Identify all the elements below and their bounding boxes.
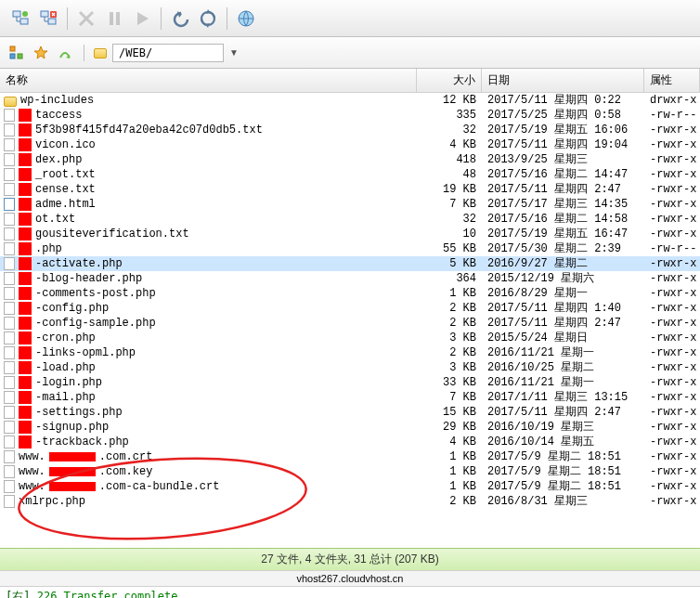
redaction-block [19,332,32,344]
history-icon[interactable] [56,44,74,62]
table-row[interactable]: xmlrpc.php2 KB2016/8/31 星期三-rwxr-x [0,494,700,509]
file-icon [4,228,15,240]
table-row[interactable]: -mail.php7 KB2017/1/11 星期三 13:15-rwxr-x [0,390,700,405]
globe-icon[interactable] [233,6,259,32]
cell-date: 2017/5/9 星期二 18:51 [482,449,644,464]
table-row[interactable]: www..com.key1 KB2017/5/9 星期二 18:51-rwxr-… [0,464,700,479]
table-row[interactable]: -signup.php29 KB2016/10/19 星期三-rwxr-x [0,420,700,435]
redaction-block [19,124,32,136]
col-name[interactable]: 名称 [0,69,417,92]
redaction-block [19,346,32,359]
table-row[interactable]: gousiteverification.txt102017/5/19 星期五 1… [0,227,700,241]
table-row[interactable]: -trackback.php4 KB2016/10/14 星期五-rwxr-x [0,435,700,449]
file-icon [4,421,15,434]
sub-status-bar: vhost267.cloudvhost.cn [0,570,700,586]
cell-size: 10 [417,227,482,241]
dropdown-icon[interactable]: ▼ [229,47,239,58]
col-attr[interactable]: 属性 [644,69,700,92]
table-row[interactable]: -blog-header.php3642015/12/19 星期六-rwxr-x [0,271,700,286]
col-size[interactable]: 大小 [417,69,482,92]
table-row[interactable]: _root.txt482017/5/16 星期二 14:47-rwxr-x [0,167,700,182]
redaction-block [49,452,96,462]
tree-icon[interactable] [7,44,26,62]
pause-icon[interactable] [101,6,127,32]
cell-date: 2017/5/16 星期二 14:58 [482,212,644,227]
cell-attr: -rwxr-x [644,286,700,301]
table-row[interactable]: dex.php4182013/9/25 星期三-rwxr-x [0,152,700,167]
svg-point-2 [22,11,28,17]
table-row[interactable]: -settings.php15 KB2017/5/11 星期四 2:47-rwx… [0,405,700,420]
table-row[interactable]: www..com-ca-bundle.crt1 KB2017/5/9 星期二 1… [0,479,700,494]
table-row[interactable]: -config.php2 KB2017/5/11 星期四 1:40-rwxr-x [0,301,700,316]
favorite-icon[interactable] [32,44,50,62]
table-row[interactable]: 5f3b98f415fd47a20eba42c07d0db5.txt322017… [0,123,700,137]
file-name: -comments-post.php [35,286,156,301]
svg-rect-4 [48,19,56,24]
cell-date: 2016/11/21 星期一 [482,345,644,360]
col-date[interactable]: 日期 [482,69,644,92]
file-icon [4,391,15,404]
redaction-block [49,467,96,476]
table-row[interactable]: -login.php33 KB2016/11/21 星期一-rwxr-x [0,375,700,390]
file-icon [4,272,15,285]
file-name: xmlrpc.php [19,494,85,509]
host-label: vhost267.cloudvhost.cn [235,573,464,584]
cell-attr: -rw-r-- [644,241,700,256]
table-row[interactable]: taccess3352017/5/25 星期四 0:58-rw-r-- [0,108,700,123]
disconnect-icon[interactable] [35,6,61,32]
file-rows-container[interactable]: wp-includes12 KB2017/5/11 星期四 0:22drwxr-… [0,93,700,548]
log-pane[interactable]: [右] 226 Transfer complete. [右] MDTM 2017… [0,586,700,598]
file-name: -trackback.php [35,435,129,449]
table-row[interactable]: wp-includes12 KB2017/5/11 星期四 0:22drwxr-… [0,93,700,108]
back-icon[interactable] [167,6,193,32]
cell-date: 2017/5/19 星期五 16:47 [482,227,644,241]
play-icon[interactable] [129,6,155,32]
svg-rect-0 [13,11,20,17]
cell-size: 3 KB [417,360,482,375]
redaction-block [19,436,32,448]
folder-icon [94,48,107,58]
file-icon [4,450,15,463]
table-row[interactable]: -config-sample.php2 KB2017/5/11 星期四 2:47… [0,316,700,331]
cell-attr: -rwxr-x [644,212,700,227]
redaction-block [19,287,32,300]
cell-attr: -rwxr-x [644,227,700,241]
file-icon [4,480,15,493]
cell-date: 2013/9/25 星期三 [482,152,644,167]
cell-size: 33 KB [417,375,482,390]
table-row[interactable]: ot.txt322017/5/16 星期二 14:58-rwxr-x [0,212,700,227]
path-input[interactable]: /WEB/ [112,44,224,62]
table-row[interactable]: -links-opml.php2 KB2016/11/21 星期一-rwxr-x [0,345,700,360]
file-name: wp-includes [20,93,94,108]
file-name: -activate.php [35,256,123,271]
table-row[interactable]: -activate.php5 KB2016/9/27 星期二-rwxr-x [0,256,700,271]
svg-rect-7 [116,12,120,25]
table-row[interactable]: vicon.ico4 KB2017/5/11 星期四 19:04-rwxr-x [0,137,700,152]
cell-size: 3 KB [417,331,482,345]
table-row[interactable]: -cron.php3 KB2015/5/24 星期日-rwxr-x [0,331,700,345]
file-name: _root.txt [35,167,96,182]
refresh-icon[interactable] [195,6,221,32]
cell-size: 1 KB [417,286,482,301]
redaction-block [19,361,32,374]
table-row[interactable]: -comments-post.php1 KB2016/8/29 星期一-rwxr… [0,286,700,301]
cell-attr: -rwxr-x [644,420,700,435]
redaction-block [19,228,32,240]
table-row[interactable]: .php55 KB2017/5/30 星期二 2:39-rw-r-- [0,241,700,256]
cell-date: 2017/5/11 星期四 1:40 [482,301,644,316]
file-icon [4,213,15,226]
file-icon [4,242,15,255]
cancel-icon[interactable] [73,6,99,32]
redaction-block [19,421,32,434]
redaction-block [19,168,32,181]
table-row[interactable]: www..com.crt1 KB2017/5/9 星期二 18:51-rwxr-… [0,449,700,464]
cell-date: 2016/10/19 星期三 [482,420,644,435]
table-row[interactable]: adme.html7 KB2017/5/17 星期三 14:35-rwxr-x [0,197,700,212]
table-row[interactable]: cense.txt19 KB2017/5/11 星期四 2:47-rwxr-x [0,182,700,197]
cell-attr: -rwxr-x [644,137,700,152]
connect-icon[interactable] [7,6,33,32]
table-row[interactable]: -load.php3 KB2016/10/25 星期二-rwxr-x [0,360,700,375]
cell-size: 2 KB [417,316,482,331]
redaction-block [19,153,32,166]
file-name: .php [35,241,62,256]
